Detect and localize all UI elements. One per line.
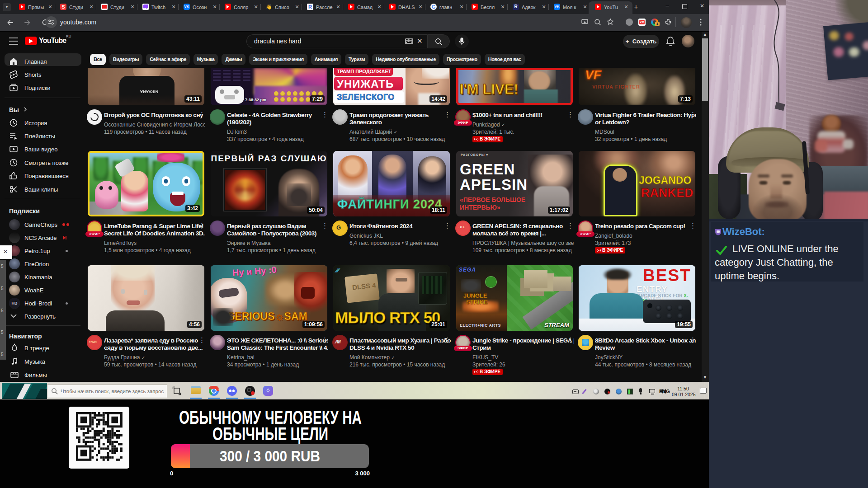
svg-text:300 / 3 000 RUB: 300 / 3 000 RUB (220, 448, 320, 465)
svg-text:ОБЫЧНЫЕ ЦЕЛИ: ОБЫЧНЫЕ ЦЕЛИ (212, 423, 328, 444)
